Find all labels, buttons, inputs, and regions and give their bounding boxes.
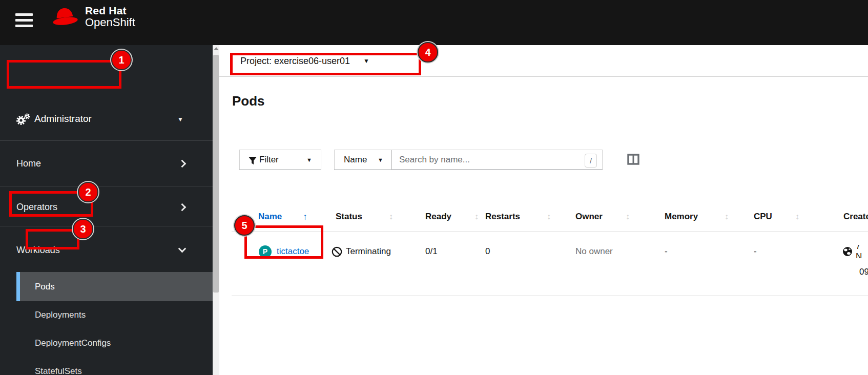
- column-header-cpu[interactable]: CPU ↕: [754, 210, 799, 223]
- table-row-cpu-cell: -: [754, 245, 757, 258]
- column-management-button[interactable]: [627, 154, 640, 166]
- column-header-owner[interactable]: Owner ↕: [575, 210, 630, 223]
- sort-both-icon: ↕: [795, 212, 799, 221]
- sidebar-item-label: StatefulSets: [35, 366, 82, 375]
- globe-icon: [842, 246, 853, 257]
- sort-both-icon: ↕: [547, 212, 551, 221]
- chevron-down-icon: [178, 245, 187, 253]
- sidebar-item-workloads[interactable]: Workloads: [0, 236, 213, 264]
- column-header-restarts[interactable]: Restarts ↕: [485, 210, 551, 223]
- perspective-caret-icon: ▼: [177, 116, 183, 123]
- caret-down-icon: ▼: [306, 157, 312, 163]
- divider: [0, 140, 213, 141]
- table-row-status-cell: Terminating: [332, 245, 391, 258]
- sidebar-item-statefulsets[interactable]: StatefulSets: [0, 357, 213, 375]
- brand-text: Red Hat OpenShift: [85, 5, 135, 28]
- openshift-console-window: Red Hat OpenShift 33: [0, 0, 868, 375]
- search-type-select[interactable]: Name ▼: [334, 150, 391, 170]
- project-selector-label: Project: exercise06-user01: [240, 56, 350, 67]
- table-row-name-cell: P tictactoe: [259, 245, 309, 258]
- column-header-label: Memory: [665, 212, 698, 222]
- side-navigation: Administrator ▼ Home Operators Workloads…: [0, 45, 213, 375]
- column-header-status[interactable]: Status ↕: [336, 210, 393, 223]
- search-type-label: Name: [344, 155, 367, 165]
- column-header-label: Status: [336, 212, 362, 222]
- column-header-label: Created: [843, 212, 868, 222]
- sidebar-item-label: DeploymentConfigs: [35, 338, 111, 348]
- column-header-label: Restarts: [485, 212, 520, 222]
- masthead: Red Hat OpenShift 33: [0, 0, 868, 45]
- filter-funnel-icon: [248, 156, 257, 165]
- pod-resource-badge: P: [259, 245, 272, 258]
- sidebar-item-label: Deployments: [35, 310, 86, 320]
- perspective-label: Administrator: [34, 113, 92, 124]
- page-title: Pods: [232, 93, 265, 109]
- column-header-ready[interactable]: Ready ↕: [425, 210, 479, 223]
- caret-down-icon: ▼: [378, 157, 383, 163]
- status-text: Terminating: [346, 246, 391, 257]
- scrollbar-up-arrow[interactable]: [214, 47, 219, 50]
- brand-logo[interactable]: Red Hat OpenShift: [51, 5, 135, 29]
- gears-icon: [15, 113, 31, 126]
- project-selector-dropdown[interactable]: Project: exercise06-user01 ▼: [240, 52, 369, 70]
- sidebar-item-label: Operators: [16, 202, 57, 213]
- column-header-name[interactable]: Name ↑: [258, 210, 307, 223]
- main-content: Project: exercise06-user01 ▼ Pods Filter…: [219, 45, 868, 375]
- sidebar-item-label: Home: [16, 158, 41, 169]
- sort-ascending-icon: ↑: [303, 212, 307, 222]
- created-timestamp-line2: 09:: [859, 265, 868, 279]
- sidebar-item-home[interactable]: Home: [0, 149, 213, 178]
- sidebar-item-operators[interactable]: Operators: [0, 193, 213, 221]
- divider: [0, 186, 213, 186]
- chevron-right-icon: [178, 203, 187, 212]
- sidebar-item-deploymentconfigs[interactable]: DeploymentConfigs: [0, 329, 213, 358]
- columns-icon: [627, 154, 639, 165]
- brand-line2: OpenShift: [85, 16, 135, 28]
- column-header-label: Owner: [575, 212, 603, 222]
- project-bar: Project: exercise06-user01 ▼: [219, 45, 868, 77]
- filter-dropdown[interactable]: Filter ▼: [239, 150, 321, 170]
- search-box: /: [391, 150, 603, 170]
- search-input[interactable]: [392, 150, 602, 170]
- column-header-label: CPU: [754, 212, 772, 222]
- brand-line1: Red Hat: [85, 5, 135, 16]
- redhat-fedora-icon: [51, 5, 79, 29]
- table-header-divider: [232, 232, 868, 232]
- sidebar-item-label: Pods: [35, 282, 55, 292]
- table-row-memory-cell: -: [665, 245, 668, 258]
- sidebar-item-label: Workloads: [16, 245, 60, 256]
- ban-icon: [332, 246, 342, 257]
- divider: [0, 226, 213, 226]
- sort-both-icon: ↕: [725, 212, 729, 221]
- table-row-restarts-cell: 0: [485, 245, 490, 258]
- sort-both-icon: ↕: [474, 212, 479, 221]
- table-row-divider: [232, 296, 868, 296]
- column-header-created[interactable]: Created: [843, 210, 868, 223]
- sidebar-item-deployments[interactable]: Deployments: [0, 301, 213, 329]
- created-timestamp-line1: 7 N: [856, 245, 868, 258]
- sort-both-icon: ↕: [626, 212, 630, 221]
- table-row-created-cell: 7 N: [842, 245, 868, 258]
- filter-label: Filter: [259, 155, 279, 165]
- chevron-right-icon: [178, 160, 187, 168]
- table-row-owner-cell: No owner: [575, 245, 613, 258]
- caret-down-icon: ▼: [363, 57, 369, 65]
- shortcut-key-badge: /: [585, 154, 597, 168]
- hamburger-icon: [15, 13, 33, 16]
- perspective-switcher[interactable]: Administrator ▼: [0, 102, 213, 135]
- scrollbar-track[interactable]: [213, 45, 219, 375]
- sort-both-icon: ↕: [389, 212, 393, 221]
- column-header-label: Ready: [425, 212, 451, 222]
- scrollbar-thumb[interactable]: [213, 55, 219, 293]
- column-header-memory[interactable]: Memory ↕: [665, 210, 729, 223]
- column-header-label: Name: [258, 212, 282, 222]
- nav-toggle-button[interactable]: [15, 13, 35, 29]
- sidebar-item-pods[interactable]: Pods: [16, 272, 213, 301]
- table-row-ready-cell: 0/1: [425, 245, 438, 258]
- pod-name-link[interactable]: tictactoe: [277, 246, 309, 257]
